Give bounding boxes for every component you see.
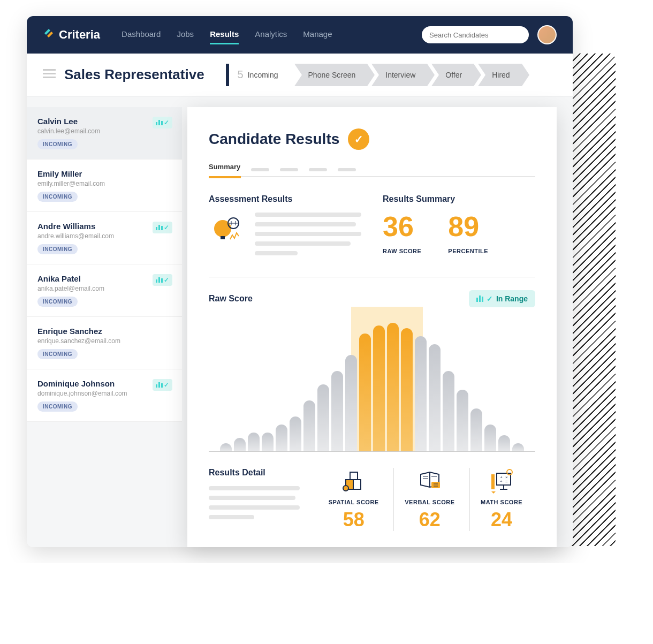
- chart-bar: [415, 336, 427, 451]
- pipeline: 5 Incoming Phone Screen Interview Offer …: [226, 64, 522, 86]
- assessment-text-placeholder: [255, 213, 361, 261]
- candidate-email: andre.williams@email.com: [37, 232, 171, 240]
- page-title: Sales Representative: [64, 66, 204, 83]
- tab-placeholder[interactable]: [309, 168, 327, 171]
- in-range-badge: ✓ In Range: [469, 290, 535, 307]
- chart-bar: [220, 443, 232, 451]
- chart-bar: [234, 438, 246, 451]
- candidate-email: enrique.sanchez@email.com: [37, 337, 171, 345]
- candidate-status-tag: INCOMING: [37, 401, 78, 412]
- app-window: Criteria Dashboard Jobs Results Analytic…: [27, 16, 573, 547]
- candidate-status-tag: INCOMING: [37, 139, 78, 149]
- candidate-card[interactable]: Dominique Johnsondominique.johnson@email…: [27, 369, 182, 422]
- results-card: Candidate Results ✓ Summary Assessment R…: [187, 107, 557, 547]
- check-icon: ✓: [164, 381, 169, 389]
- svg-point-3: [214, 220, 231, 237]
- logo-icon: [43, 27, 55, 42]
- chart-bar: [359, 334, 371, 451]
- stage-hired[interactable]: Hired: [478, 64, 521, 86]
- chart-bar: [345, 355, 357, 451]
- svg-text:=: =: [505, 479, 508, 484]
- raw-score-block: 36 RAW SCORE: [383, 213, 421, 254]
- candidate-name: Dominique Johnson: [37, 379, 171, 388]
- tab-placeholder[interactable]: [280, 168, 298, 171]
- nav-dashboard[interactable]: Dashboard: [122, 25, 161, 44]
- raw-score-heading: Raw Score: [209, 294, 253, 304]
- candidate-card[interactable]: Anika Patelanika.patel@email.comINCOMING…: [27, 264, 182, 317]
- candidate-card[interactable]: Andre Williamsandre.williams@email.comIN…: [27, 212, 182, 264]
- svg-point-9: [343, 486, 348, 491]
- percentile-value: 89: [448, 213, 488, 240]
- check-icon: ✓: [348, 128, 369, 150]
- user-avatar[interactable]: [537, 25, 557, 44]
- menu-icon[interactable]: [43, 69, 56, 81]
- candidate-email: anika.patel@email.com: [37, 285, 171, 292]
- chart-bar: [290, 416, 301, 451]
- check-icon: ✓: [164, 119, 169, 126]
- candidate-name: Anika Patel: [37, 274, 171, 283]
- score-label: MATH SCORE: [481, 499, 522, 505]
- stage-incoming[interactable]: 5 Incoming: [226, 64, 290, 86]
- topbar: Criteria Dashboard Jobs Results Analytic…: [27, 16, 573, 54]
- detail-score-block: VERBAL SCORE62: [393, 468, 465, 531]
- results-tabs: Summary: [209, 163, 535, 177]
- check-icon: ✓: [164, 224, 169, 231]
- tab-placeholder[interactable]: [338, 168, 356, 171]
- bars-icon: [156, 120, 163, 125]
- nav-jobs[interactable]: Jobs: [177, 25, 194, 44]
- bars-icon: [156, 225, 163, 230]
- chart-bar: [317, 384, 329, 451]
- candidate-card[interactable]: Enrique Sanchezenrique.sanchez@email.com…: [27, 317, 182, 369]
- score-icon: [329, 468, 379, 495]
- nav-results[interactable]: Results: [210, 25, 239, 44]
- candidate-list: Calvin Leecalvin.lee@email.comINCOMING✓E…: [27, 96, 182, 547]
- chart-bar: [248, 433, 260, 451]
- stage-interview[interactable]: Interview: [371, 64, 427, 86]
- chart-bar: [470, 408, 482, 451]
- chart-bar: [276, 425, 287, 451]
- candidate-card[interactable]: Emily Milleremily.miller@email.comINCOMI…: [27, 160, 182, 212]
- in-range-label: In Range: [496, 294, 528, 303]
- search-box[interactable]: [422, 26, 529, 43]
- score-icon: [405, 468, 454, 495]
- svg-rect-2: [43, 77, 56, 78]
- detail-scores: SPATIAL SCORE58VERBAL SCORE62+×÷=MATH SC…: [316, 468, 535, 531]
- status-badge: ✓: [153, 222, 172, 233]
- nav-analytics[interactable]: Analytics: [255, 25, 287, 44]
- chart-bar: [443, 371, 454, 451]
- main-nav: Dashboard Jobs Results Analytics Manage: [122, 25, 332, 44]
- status-badge: ✓: [153, 274, 172, 286]
- nav-manage[interactable]: Manage: [303, 25, 332, 44]
- percentile-block: 89 PERCENTILE: [448, 213, 488, 254]
- detail-score-block: +×÷=MATH SCORE24: [469, 468, 533, 531]
- chart-bar: [387, 323, 399, 451]
- main-area: Calvin Leecalvin.lee@email.comINCOMING✓E…: [27, 96, 573, 547]
- chart-bar: [373, 325, 385, 451]
- summary-heading: Results Summary: [383, 194, 535, 204]
- candidate-status-tag: INCOMING: [37, 297, 78, 307]
- candidate-email: emily.miller@email.com: [37, 180, 171, 187]
- detail-panel: Candidate Results ✓ Summary Assessment R…: [182, 96, 573, 547]
- percentile-label: PERCENTILE: [448, 248, 488, 254]
- lightbulb-icon: [209, 213, 246, 250]
- svg-rect-8: [353, 480, 361, 489]
- subheader: Sales Representative 5 Incoming Phone Sc…: [27, 54, 573, 96]
- svg-rect-1: [43, 73, 56, 74]
- tab-summary[interactable]: Summary: [209, 163, 240, 176]
- detail-heading: Results Detail: [209, 468, 300, 478]
- chart-bar: [484, 425, 496, 451]
- results-title: Candidate Results: [209, 131, 339, 148]
- check-icon: ✓: [164, 276, 169, 284]
- status-badge: ✓: [153, 379, 172, 391]
- score-label: VERBAL SCORE: [405, 499, 454, 505]
- candidate-card[interactable]: Calvin Leecalvin.lee@email.comINCOMING✓: [27, 107, 182, 160]
- distribution-chart: [209, 318, 535, 452]
- candidate-email: calvin.lee@email.com: [37, 127, 171, 135]
- candidate-name: Emily Miller: [37, 169, 171, 178]
- tab-placeholder[interactable]: [251, 168, 269, 171]
- brand-logo[interactable]: Criteria: [43, 27, 100, 42]
- chart-bar: [429, 344, 441, 451]
- search-input[interactable]: [429, 31, 521, 39]
- stage-phone-screen[interactable]: Phone Screen: [294, 64, 368, 86]
- stage-offer[interactable]: Offer: [431, 64, 474, 86]
